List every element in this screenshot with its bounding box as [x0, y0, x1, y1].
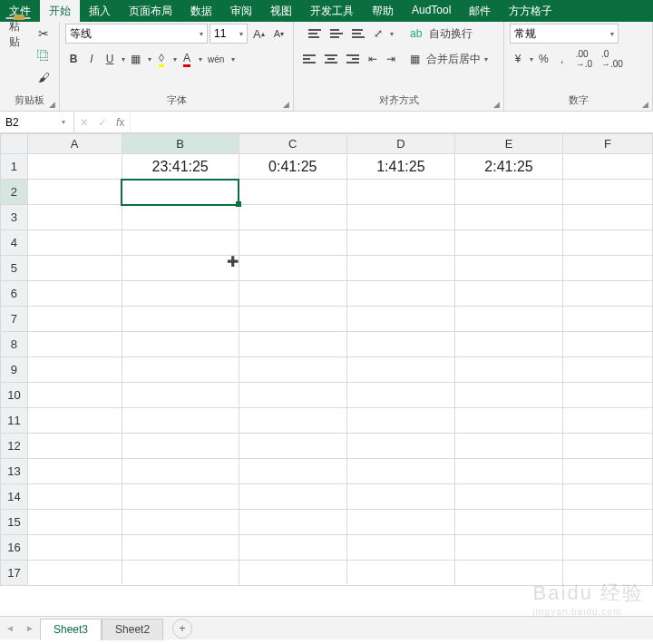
spreadsheet-grid[interactable]: ABCDEF 123:41:250:41:251:41:252:41:25234… [0, 133, 653, 586]
decrease-decimal-button[interactable]: .0→.00 [598, 49, 627, 69]
cell-A8[interactable] [27, 332, 122, 357]
cell-F14[interactable] [563, 484, 653, 510]
chevron-down-icon[interactable]: ▾ [231, 55, 235, 63]
chevron-down-icon[interactable]: ▾ [199, 55, 202, 63]
cell-C12[interactable] [239, 434, 346, 459]
cell-C2[interactable] [239, 180, 346, 205]
chevron-down-icon[interactable]: ▾ [122, 55, 125, 63]
cell-E3[interactable] [454, 205, 562, 230]
cell-D15[interactable] [346, 510, 454, 535]
cell-D9[interactable] [346, 357, 454, 383]
cell-A2[interactable] [27, 180, 122, 205]
sheet-nav-prev[interactable]: ◄ [0, 623, 20, 633]
cell-F16[interactable] [563, 535, 653, 561]
menu-tab-开发工具[interactable]: 开发工具 [301, 0, 363, 22]
cell-C3[interactable] [239, 205, 346, 230]
cell-E4[interactable] [454, 230, 562, 256]
font-size-combo[interactable]: ▾ [210, 24, 248, 44]
row-header-8[interactable]: 8 [1, 332, 28, 357]
sheet-tab-Sheet2[interactable]: Sheet2 [102, 619, 163, 640]
fill-color-button[interactable]: ◊ [153, 49, 170, 69]
cell-C11[interactable] [239, 408, 346, 434]
align-left-button[interactable] [299, 49, 319, 69]
cell-B16[interactable] [122, 535, 239, 561]
row-header-11[interactable]: 11 [1, 408, 28, 434]
cell-D2[interactable] [346, 180, 454, 205]
row-header-15[interactable]: 15 [1, 510, 28, 535]
cell-E7[interactable] [454, 307, 562, 332]
phonetic-button[interactable]: wén [204, 49, 228, 69]
cell-C10[interactable] [239, 383, 346, 408]
cell-A14[interactable] [27, 484, 122, 510]
cell-E15[interactable] [454, 510, 562, 535]
cell-D12[interactable] [346, 434, 454, 459]
cell-C13[interactable] [239, 459, 346, 484]
cell-A4[interactable] [27, 230, 122, 256]
cell-F10[interactable] [563, 383, 653, 408]
name-box-input[interactable] [0, 116, 54, 129]
cell-B4[interactable] [122, 230, 239, 256]
cell-F12[interactable] [563, 434, 653, 459]
copy-button[interactable] [34, 45, 54, 65]
cell-C9[interactable] [239, 357, 346, 383]
cell-F6[interactable] [563, 281, 653, 307]
cell-F4[interactable] [563, 230, 653, 256]
cell-F5[interactable] [563, 256, 653, 281]
align-right-button[interactable] [343, 49, 363, 69]
cell-F8[interactable] [563, 332, 653, 357]
row-header-9[interactable]: 9 [1, 357, 28, 383]
cell-F11[interactable] [563, 408, 653, 434]
row-header-10[interactable]: 10 [1, 383, 28, 408]
cell-F9[interactable] [563, 357, 653, 383]
dialog-launcher-icon[interactable]: ◢ [283, 100, 289, 109]
formula-input[interactable] [136, 115, 648, 129]
cell-D17[interactable] [346, 561, 454, 586]
merge-center-button[interactable]: ▦ 合并后居中▾ [406, 49, 515, 69]
cell-A5[interactable] [27, 256, 122, 281]
menu-tab-帮助[interactable]: 帮助 [363, 0, 403, 22]
cell-A17[interactable] [27, 561, 122, 586]
cell-E5[interactable] [454, 256, 562, 281]
row-header-5[interactable]: 5 [1, 256, 28, 281]
border-button[interactable]: ▦ [127, 49, 144, 69]
underline-button[interactable]: U [102, 49, 118, 69]
font-size-input[interactable] [210, 27, 234, 40]
cell-D16[interactable] [346, 535, 454, 561]
decrease-font-button[interactable]: A▾ [270, 24, 288, 44]
chevron-down-icon[interactable]: ▾ [148, 55, 151, 63]
cell-B5[interactable] [122, 256, 239, 281]
cell-E1[interactable]: 2:41:25 [454, 154, 562, 180]
cell-A3[interactable] [27, 205, 122, 230]
select-all-corner[interactable] [1, 134, 28, 154]
menu-tab-插入[interactable]: 插入 [80, 0, 120, 22]
cell-C8[interactable] [239, 332, 346, 357]
chevron-down-icon[interactable]: ▾ [173, 55, 177, 63]
cell-D5[interactable] [346, 256, 454, 281]
cell-E8[interactable] [454, 332, 562, 357]
sheet-tab-Sheet3[interactable]: Sheet3 [40, 619, 102, 640]
menu-tab-邮件[interactable]: 邮件 [460, 0, 500, 22]
cell-C17[interactable] [239, 561, 346, 586]
cell-B2[interactable] [122, 180, 239, 205]
cut-button[interactable] [34, 24, 53, 44]
cell-F2[interactable] [563, 180, 653, 205]
dialog-launcher-icon[interactable]: ◢ [49, 100, 55, 109]
menu-tab-开始[interactable]: 开始 [40, 0, 80, 22]
cell-B15[interactable] [122, 510, 239, 535]
cell-D3[interactable] [346, 205, 454, 230]
dialog-launcher-icon[interactable]: ◢ [493, 100, 500, 109]
cell-B17[interactable] [122, 561, 239, 586]
row-header-14[interactable]: 14 [1, 484, 28, 510]
cell-B11[interactable] [122, 408, 239, 434]
menu-tab-审阅[interactable]: 审阅 [221, 0, 261, 22]
cell-C1[interactable]: 0:41:25 [239, 154, 346, 180]
menu-tab-页面布局[interactable]: 页面布局 [120, 0, 181, 22]
row-header-13[interactable]: 13 [1, 459, 28, 484]
wrap-text-button[interactable]: ab 自动换行 [406, 24, 515, 44]
cell-E2[interactable] [454, 180, 562, 205]
cell-E9[interactable] [454, 357, 562, 383]
cell-D7[interactable] [346, 307, 454, 332]
cell-D6[interactable] [346, 281, 454, 307]
cell-C5[interactable] [239, 256, 346, 281]
col-header-E[interactable]: E [454, 134, 562, 154]
